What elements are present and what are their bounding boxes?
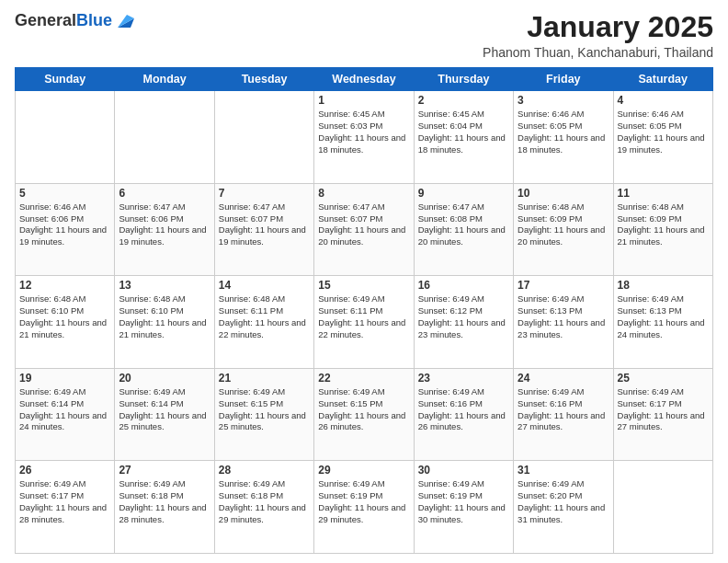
table-row: 4Sunrise: 6:46 AM Sunset: 6:05 PM Daylig… bbox=[613, 91, 712, 184]
day-info: Sunrise: 6:49 AM Sunset: 6:17 PM Dayligh… bbox=[618, 386, 709, 433]
day-number: 12 bbox=[19, 279, 110, 292]
day-info: Sunrise: 6:49 AM Sunset: 6:11 PM Dayligh… bbox=[318, 293, 409, 340]
day-number: 11 bbox=[618, 187, 709, 200]
day-number: 25 bbox=[618, 372, 709, 385]
table-row: 16Sunrise: 6:49 AM Sunset: 6:12 PM Dayli… bbox=[414, 276, 513, 369]
table-row: 15Sunrise: 6:49 AM Sunset: 6:11 PM Dayli… bbox=[314, 276, 414, 369]
table-row: 18Sunrise: 6:49 AM Sunset: 6:13 PM Dayli… bbox=[613, 276, 712, 369]
day-info: Sunrise: 6:49 AM Sunset: 6:14 PM Dayligh… bbox=[119, 386, 210, 433]
day-info: Sunrise: 6:49 AM Sunset: 6:18 PM Dayligh… bbox=[119, 478, 210, 525]
table-row: 27Sunrise: 6:49 AM Sunset: 6:18 PM Dayli… bbox=[115, 461, 214, 554]
col-wednesday: Wednesday bbox=[314, 68, 414, 91]
table-row: 24Sunrise: 6:49 AM Sunset: 6:16 PM Dayli… bbox=[514, 368, 613, 461]
table-row: 29Sunrise: 6:49 AM Sunset: 6:19 PM Dayli… bbox=[314, 461, 414, 554]
day-number: 26 bbox=[19, 464, 110, 477]
table-row: 30Sunrise: 6:49 AM Sunset: 6:19 PM Dayli… bbox=[414, 461, 513, 554]
table-row: 21Sunrise: 6:49 AM Sunset: 6:15 PM Dayli… bbox=[214, 368, 313, 461]
table-row: 19Sunrise: 6:49 AM Sunset: 6:14 PM Dayli… bbox=[16, 368, 115, 461]
day-number: 17 bbox=[518, 279, 609, 292]
table-row: 26Sunrise: 6:49 AM Sunset: 6:17 PM Dayli… bbox=[16, 461, 115, 554]
table-row: 31Sunrise: 6:49 AM Sunset: 6:20 PM Dayli… bbox=[514, 461, 613, 554]
table-row: 7Sunrise: 6:47 AM Sunset: 6:07 PM Daylig… bbox=[214, 183, 313, 276]
day-number: 15 bbox=[318, 279, 409, 292]
day-number: 31 bbox=[518, 464, 609, 477]
day-info: Sunrise: 6:45 AM Sunset: 6:03 PM Dayligh… bbox=[318, 109, 409, 155]
day-info: Sunrise: 6:49 AM Sunset: 6:19 PM Dayligh… bbox=[418, 478, 509, 525]
day-info: Sunrise: 6:49 AM Sunset: 6:20 PM Dayligh… bbox=[518, 478, 609, 525]
table-row: 2Sunrise: 6:45 AM Sunset: 6:04 PM Daylig… bbox=[414, 91, 513, 184]
table-row: 20Sunrise: 6:49 AM Sunset: 6:14 PM Dayli… bbox=[115, 368, 214, 461]
col-friday: Friday bbox=[514, 68, 613, 91]
day-info: Sunrise: 6:47 AM Sunset: 6:08 PM Dayligh… bbox=[418, 201, 509, 248]
calendar-week-row: 19Sunrise: 6:49 AM Sunset: 6:14 PM Dayli… bbox=[16, 368, 713, 461]
day-info: Sunrise: 6:48 AM Sunset: 6:09 PM Dayligh… bbox=[518, 201, 609, 248]
day-number: 2 bbox=[418, 94, 509, 107]
day-info: Sunrise: 6:49 AM Sunset: 6:17 PM Dayligh… bbox=[19, 478, 110, 525]
day-number: 20 bbox=[119, 372, 210, 385]
table-row: 10Sunrise: 6:48 AM Sunset: 6:09 PM Dayli… bbox=[514, 183, 613, 276]
table-row bbox=[613, 461, 712, 554]
table-row bbox=[16, 91, 115, 184]
day-info: Sunrise: 6:46 AM Sunset: 6:05 PM Dayligh… bbox=[618, 109, 709, 155]
calendar-header-row: Sunday Monday Tuesday Wednesday Thursday… bbox=[16, 68, 713, 91]
calendar-week-row: 12Sunrise: 6:48 AM Sunset: 6:10 PM Dayli… bbox=[16, 276, 713, 369]
page: GeneralBlue January 2025 Phanom Thuan, K… bbox=[0, 0, 728, 563]
day-info: Sunrise: 6:46 AM Sunset: 6:06 PM Dayligh… bbox=[19, 201, 110, 248]
day-number: 1 bbox=[318, 94, 409, 107]
month-year-title: January 2025 bbox=[483, 11, 713, 43]
day-number: 3 bbox=[518, 94, 609, 107]
calendar-week-row: 1Sunrise: 6:45 AM Sunset: 6:03 PM Daylig… bbox=[16, 91, 713, 184]
logo-general-text: General bbox=[15, 11, 76, 29]
table-row: 17Sunrise: 6:49 AM Sunset: 6:13 PM Dayli… bbox=[514, 276, 613, 369]
day-number: 5 bbox=[19, 187, 110, 200]
col-sunday: Sunday bbox=[16, 68, 115, 91]
day-info: Sunrise: 6:49 AM Sunset: 6:19 PM Dayligh… bbox=[318, 478, 409, 525]
day-info: Sunrise: 6:49 AM Sunset: 6:14 PM Dayligh… bbox=[19, 386, 110, 433]
day-number: 28 bbox=[219, 464, 310, 477]
day-number: 29 bbox=[318, 464, 409, 477]
day-info: Sunrise: 6:49 AM Sunset: 6:16 PM Dayligh… bbox=[518, 386, 609, 433]
col-monday: Monday bbox=[115, 68, 214, 91]
location-subtitle: Phanom Thuan, Kanchanaburi, Thailand bbox=[483, 45, 713, 60]
day-number: 7 bbox=[219, 187, 310, 200]
day-number: 27 bbox=[119, 464, 210, 477]
table-row: 22Sunrise: 6:49 AM Sunset: 6:15 PM Dayli… bbox=[314, 368, 414, 461]
day-number: 24 bbox=[518, 372, 609, 385]
col-thursday: Thursday bbox=[414, 68, 513, 91]
day-info: Sunrise: 6:49 AM Sunset: 6:18 PM Dayligh… bbox=[219, 478, 310, 525]
table-row: 25Sunrise: 6:49 AM Sunset: 6:17 PM Dayli… bbox=[613, 368, 712, 461]
day-number: 16 bbox=[418, 279, 509, 292]
day-number: 13 bbox=[119, 279, 210, 292]
table-row: 11Sunrise: 6:48 AM Sunset: 6:09 PM Dayli… bbox=[613, 183, 712, 276]
day-number: 18 bbox=[618, 279, 709, 292]
day-info: Sunrise: 6:46 AM Sunset: 6:05 PM Dayligh… bbox=[518, 109, 609, 155]
logo-blue-text: Blue bbox=[76, 11, 112, 29]
day-info: Sunrise: 6:49 AM Sunset: 6:16 PM Dayligh… bbox=[418, 386, 509, 433]
day-number: 30 bbox=[418, 464, 509, 477]
day-number: 6 bbox=[119, 187, 210, 200]
table-row: 5Sunrise: 6:46 AM Sunset: 6:06 PM Daylig… bbox=[16, 183, 115, 276]
day-number: 23 bbox=[418, 372, 509, 385]
day-info: Sunrise: 6:48 AM Sunset: 6:10 PM Dayligh… bbox=[119, 293, 210, 340]
day-number: 21 bbox=[219, 372, 310, 385]
table-row: 8Sunrise: 6:47 AM Sunset: 6:07 PM Daylig… bbox=[314, 183, 414, 276]
logo: GeneralBlue bbox=[15, 11, 134, 31]
title-block: January 2025 Phanom Thuan, Kanchanaburi,… bbox=[483, 11, 713, 60]
table-row: 12Sunrise: 6:48 AM Sunset: 6:10 PM Dayli… bbox=[16, 276, 115, 369]
table-row: 14Sunrise: 6:48 AM Sunset: 6:11 PM Dayli… bbox=[214, 276, 313, 369]
day-info: Sunrise: 6:49 AM Sunset: 6:13 PM Dayligh… bbox=[618, 293, 709, 340]
header: GeneralBlue January 2025 Phanom Thuan, K… bbox=[15, 11, 713, 60]
day-info: Sunrise: 6:45 AM Sunset: 6:04 PM Dayligh… bbox=[418, 109, 509, 155]
logo-icon bbox=[114, 11, 134, 31]
day-info: Sunrise: 6:48 AM Sunset: 6:10 PM Dayligh… bbox=[19, 293, 110, 340]
day-number: 14 bbox=[219, 279, 310, 292]
table-row: 6Sunrise: 6:47 AM Sunset: 6:06 PM Daylig… bbox=[115, 183, 214, 276]
day-info: Sunrise: 6:49 AM Sunset: 6:15 PM Dayligh… bbox=[318, 386, 409, 433]
day-number: 19 bbox=[19, 372, 110, 385]
day-info: Sunrise: 6:49 AM Sunset: 6:12 PM Dayligh… bbox=[418, 293, 509, 340]
day-number: 9 bbox=[418, 187, 509, 200]
col-saturday: Saturday bbox=[613, 68, 712, 91]
calendar-week-row: 26Sunrise: 6:49 AM Sunset: 6:17 PM Dayli… bbox=[16, 461, 713, 554]
calendar-table: Sunday Monday Tuesday Wednesday Thursday… bbox=[15, 67, 713, 554]
table-row: 3Sunrise: 6:46 AM Sunset: 6:05 PM Daylig… bbox=[514, 91, 613, 184]
